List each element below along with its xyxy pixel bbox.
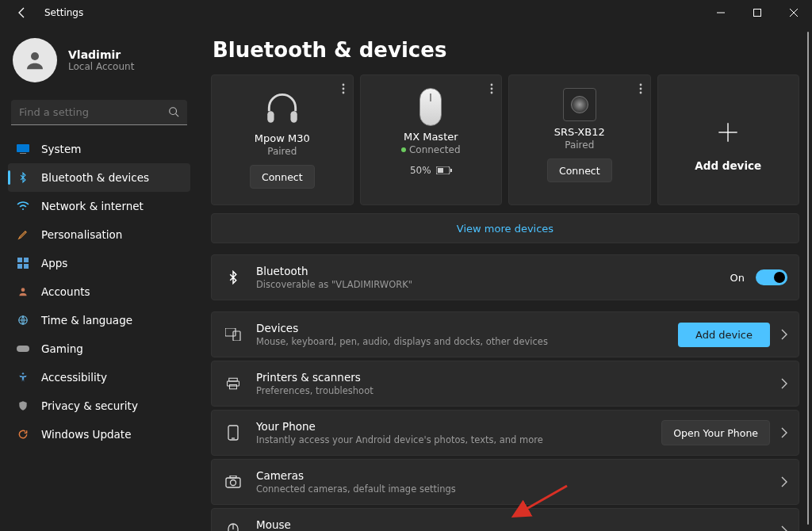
- toggle-state-label: On: [730, 272, 745, 284]
- bluetooth-toggle[interactable]: [756, 269, 787, 285]
- device-tile-srs[interactable]: SRS-XB12 Paired Connect: [508, 74, 651, 205]
- gaming-icon: [16, 342, 30, 356]
- device-status: Connected: [401, 144, 461, 155]
- mouse-row[interactable]: Mouse Buttons, mouse pointer speed, scro…: [211, 508, 799, 531]
- device-name: MX Master: [404, 131, 458, 143]
- sidebar-item-personalisation[interactable]: Personalisation: [8, 220, 190, 249]
- sidebar-item-time[interactable]: Time & language: [8, 306, 190, 334]
- bluetooth-toggle-row[interactable]: Bluetooth Discoverable as "VLADIMIRWORK"…: [211, 254, 799, 300]
- plus-icon: [717, 121, 739, 143]
- cameras-row[interactable]: Cameras Connected cameras, default image…: [211, 459, 799, 505]
- device-name: Mpow M30: [255, 132, 310, 144]
- svg-point-5: [170, 108, 177, 115]
- sidebar-item-system[interactable]: System: [8, 135, 190, 163]
- back-button[interactable]: [11, 5, 33, 21]
- sidebar-item-label: Network & internet: [41, 200, 144, 212]
- devices-icon: [223, 324, 243, 345]
- printers-row[interactable]: Printers & scanners Preferences, trouble…: [211, 361, 799, 407]
- profile-sub: Local Account: [68, 61, 134, 72]
- open-your-phone-button[interactable]: Open Your Phone: [661, 420, 770, 445]
- devices-row[interactable]: Devices Mouse, keyboard, pen, audio, dis…: [211, 311, 799, 357]
- window-title: Settings: [44, 7, 83, 18]
- svg-point-24: [491, 88, 493, 90]
- sidebar-item-label: Time & language: [41, 314, 132, 327]
- device-status: Paired: [565, 139, 594, 151]
- main-content: Bluetooth & devices Mpow M30 Paired Conn…: [198, 25, 812, 531]
- sidebar-item-label: Gaming: [41, 342, 83, 355]
- svg-point-25: [491, 92, 493, 94]
- more-icon[interactable]: [636, 80, 645, 97]
- view-more-devices[interactable]: View more devices: [211, 213, 799, 243]
- svg-point-18: [342, 84, 344, 86]
- svg-point-31: [639, 92, 642, 94]
- headphones-icon: [262, 88, 302, 128]
- sidebar: Vladimir Local Account System Bluetooth …: [0, 25, 198, 531]
- more-icon[interactable]: [487, 80, 496, 97]
- sidebar-item-accessibility[interactable]: Accessibility: [8, 363, 190, 392]
- svg-rect-22: [290, 111, 297, 123]
- search-box[interactable]: [11, 100, 187, 125]
- more-icon[interactable]: [339, 80, 348, 97]
- svg-line-6: [176, 114, 179, 117]
- svg-point-19: [342, 88, 344, 90]
- chevron-right-icon: [781, 378, 787, 389]
- shield-icon: [16, 399, 30, 413]
- row-title: Bluetooth: [256, 265, 730, 277]
- maximize-button[interactable]: [739, 0, 776, 25]
- device-tiles: Mpow M30 Paired Connect MX Master Connec…: [211, 74, 799, 205]
- search-input[interactable]: [11, 100, 187, 125]
- sidebar-item-label: Accounts: [41, 285, 90, 298]
- svg-rect-38: [230, 385, 237, 389]
- accessibility-icon: [16, 370, 30, 384]
- sidebar-item-label: System: [41, 143, 81, 155]
- svg-rect-16: [17, 346, 29, 352]
- connect-button[interactable]: Connect: [547, 159, 612, 182]
- svg-rect-21: [267, 111, 274, 123]
- sidebar-item-label: Personalisation: [41, 228, 122, 241]
- sidebar-item-gaming[interactable]: Gaming: [8, 334, 190, 363]
- svg-point-23: [491, 84, 493, 86]
- svg-rect-43: [230, 476, 236, 478]
- row-title: Your Phone: [256, 420, 661, 433]
- svg-point-4: [31, 52, 39, 60]
- svg-point-30: [639, 88, 642, 90]
- chevron-right-icon: [781, 329, 787, 340]
- search-icon: [168, 106, 179, 117]
- row-title: Devices: [256, 322, 678, 334]
- chevron-right-icon: [781, 525, 787, 531]
- apps-icon: [16, 256, 30, 270]
- sidebar-item-network[interactable]: Network & internet: [8, 192, 190, 220]
- add-device-tile[interactable]: Add device: [657, 74, 800, 205]
- svg-rect-39: [228, 426, 238, 440]
- sidebar-item-label: Bluetooth & devices: [41, 171, 149, 184]
- sidebar-item-bluetooth[interactable]: Bluetooth & devices: [8, 163, 190, 192]
- device-tile-mpow[interactable]: Mpow M30 Paired Connect: [211, 74, 354, 205]
- svg-rect-41: [226, 478, 240, 487]
- connect-button[interactable]: Connect: [250, 165, 315, 189]
- battery-indicator: 50%: [410, 165, 452, 176]
- sidebar-item-apps[interactable]: Apps: [8, 249, 190, 277]
- row-sub: Connected cameras, default image setting…: [256, 483, 781, 495]
- minimize-button[interactable]: [703, 0, 739, 25]
- profile-block[interactable]: Vladimir Local Account: [8, 33, 190, 97]
- svg-point-14: [21, 288, 25, 292]
- svg-rect-28: [450, 169, 452, 172]
- nav-list: System Bluetooth & devices Network & int…: [8, 135, 190, 449]
- sidebar-item-privacy[interactable]: Privacy & security: [8, 392, 190, 420]
- sidebar-item-label: Accessibility: [41, 371, 107, 384]
- camera-icon: [223, 472, 243, 492]
- sidebar-item-label: Privacy & security: [41, 399, 138, 412]
- scrollbar[interactable]: [807, 32, 809, 525]
- svg-rect-11: [24, 258, 29, 262]
- your-phone-row[interactable]: Your Phone Instantly access your Android…: [211, 410, 799, 456]
- clock-globe-icon: [16, 313, 30, 327]
- sidebar-item-accounts[interactable]: Accounts: [8, 277, 190, 306]
- device-name: SRS-XB12: [554, 126, 605, 138]
- add-device-label: Add device: [695, 159, 761, 172]
- svg-rect-8: [20, 153, 26, 154]
- add-device-button[interactable]: Add device: [678, 323, 770, 347]
- sidebar-item-update[interactable]: Windows Update: [8, 420, 190, 449]
- device-tile-mxmaster[interactable]: MX Master Connected 50%: [360, 74, 503, 205]
- row-sub: Discoverable as "VLADIMIRWORK": [256, 279, 730, 290]
- close-button[interactable]: [776, 0, 812, 25]
